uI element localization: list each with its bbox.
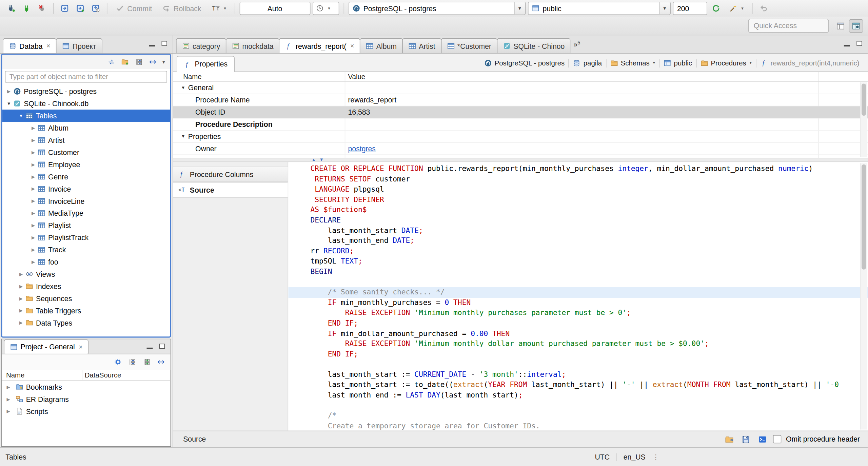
code-line[interactable]: IF min_monthly_purchases = 0 THEN	[288, 298, 868, 308]
breadcrumb-item-postgresql-postgres[interactable]: PostgreSQL - postgres	[480, 59, 569, 67]
editor-tab-album[interactable]: Album	[360, 38, 403, 53]
dropdown-arrow-icon[interactable]: ▼	[514, 2, 525, 15]
collapse-all-button[interactable]	[126, 356, 138, 368]
column-header-name[interactable]: Name	[183, 73, 201, 81]
tree-item-mediatype[interactable]: ▶MediaType	[2, 207, 170, 219]
expand-arrow-icon[interactable]: ▶	[30, 235, 37, 240]
tab-overflow-indicator[interactable]: »5	[573, 40, 580, 49]
tree-item-sequences[interactable]: ▶Sequences	[2, 292, 170, 305]
expand-arrow-icon[interactable]: ▶	[18, 271, 24, 276]
refresh-button[interactable]	[709, 2, 723, 15]
code-line[interactable]: /* Some sanity checks... */	[288, 287, 868, 297]
property-row-object-id[interactable]: Object ID16,583	[173, 106, 868, 118]
expand-arrow-icon[interactable]: ▶	[18, 284, 24, 289]
breadcrumb-item-pagila[interactable]: pagila	[569, 59, 606, 67]
sync-selection-button[interactable]	[147, 56, 159, 68]
dbeaver-perspective-button[interactable]	[849, 19, 863, 33]
tree-item-artist[interactable]: ▶Artist	[2, 134, 170, 146]
commit-mode-select[interactable]: Auto	[239, 2, 310, 15]
code-line[interactable]: RAISE EXCEPTION 'Minimum monthly purchas…	[288, 308, 868, 318]
expand-arrow-icon[interactable]: ▶	[30, 259, 37, 265]
link-with-editor-button[interactable]	[155, 356, 167, 368]
expand-arrow-icon[interactable]: ▶	[30, 186, 37, 191]
code-scrollbar[interactable]	[860, 163, 867, 429]
view-menu-button[interactable]: ▾	[161, 59, 166, 65]
chevron-down-icon[interactable]: ▾	[750, 60, 752, 65]
expand-arrow-icon[interactable]: ▶	[30, 125, 37, 131]
maximize-icon[interactable]	[162, 41, 167, 46]
tab-project-general[interactable]: Project - General ×	[4, 339, 88, 353]
schema-select[interactable]: public ▼	[528, 2, 670, 15]
expand-arrow-icon[interactable]: ▶	[30, 247, 37, 252]
property-row-general[interactable]: ▼General	[173, 82, 868, 94]
code-line[interactable]: END IF;	[288, 349, 868, 359]
column-header-name[interactable]: Name	[6, 371, 24, 379]
breadcrumb-item-schemas[interactable]: Schemas▾	[606, 59, 659, 67]
tree-item-genre[interactable]: ▶Genre	[2, 171, 170, 183]
expand-arrow-icon[interactable]: ▶	[30, 138, 37, 143]
tree-item-invoiceline[interactable]: ▶InvoiceLine	[2, 195, 170, 207]
tree-item-data-types[interactable]: ▶Data Types	[2, 317, 170, 329]
undo-button[interactable]	[757, 2, 770, 15]
expand-arrow-icon[interactable]: ▶	[30, 150, 37, 155]
code-line[interactable]	[288, 277, 868, 287]
project-item-er-diagrams[interactable]: ▶ER Diagrams	[2, 393, 171, 405]
editor-tab-rewards-report[interactable]: frewards_report(×	[279, 38, 360, 53]
collapse-all-button[interactable]	[133, 56, 145, 68]
side-tab-procedure-columns[interactable]: fProcedure Columns	[173, 167, 288, 182]
tree-item-foo[interactable]: ▶foo	[2, 256, 170, 268]
code-line[interactable]: DECLARE	[288, 215, 868, 226]
expand-arrow-icon[interactable]: ▶	[30, 223, 37, 228]
connection-select[interactable]: PostgreSQL - postgres ▼	[349, 2, 526, 15]
properties-scrollbar[interactable]	[860, 82, 867, 157]
close-icon[interactable]: ×	[350, 42, 354, 50]
transaction-log-button[interactable]: ▾	[313, 2, 339, 15]
editor-tab-sqlite-chinoo[interactable]: SQLite - Chinoo	[497, 38, 571, 53]
collapse-arrow-icon[interactable]: ▼	[181, 85, 185, 90]
side-tab-source[interactable]: <TSource	[173, 182, 288, 198]
column-divider[interactable]	[82, 370, 83, 380]
recent-sql-editor-button[interactable]	[89, 2, 102, 15]
code-line[interactable]: /*	[288, 411, 868, 421]
timezone-label[interactable]: UTC	[595, 453, 610, 461]
expand-arrow-icon[interactable]: ▶	[5, 89, 12, 94]
code-line[interactable]: BEGIN	[288, 267, 868, 277]
expand-arrow-icon[interactable]: ▶	[30, 198, 37, 203]
minimize-icon[interactable]	[149, 45, 155, 46]
connect-button[interactable]	[20, 2, 33, 15]
code-line[interactable]: last_month_end := LAST_DAY(last_month_st…	[288, 390, 868, 401]
code-line[interactable]: IF min_dollar_amount_purchased = 0.00 TH…	[288, 329, 868, 339]
new-connection-button[interactable]	[4, 2, 18, 15]
tree-item-postgresql-postgres[interactable]: ▶PostgreSQL - postgres	[2, 85, 170, 97]
code-line[interactable]: END IF;	[288, 318, 868, 328]
minimize-icon[interactable]	[844, 45, 850, 46]
expand-arrow-icon[interactable]: ▶	[5, 384, 12, 389]
settings-button[interactable]	[112, 356, 124, 368]
scrollbar-thumb[interactable]	[862, 164, 866, 270]
fetch-size-input[interactable]	[673, 2, 707, 15]
tree-item-indexes[interactable]: ▶Indexes	[2, 280, 170, 292]
code-line[interactable]: last_month_start := CURRENT_DATE - '3 mo…	[288, 370, 868, 380]
tree-item-playlisttrack[interactable]: ▶PlaylistTrack	[2, 231, 170, 244]
code-line[interactable]: SECURITY DEFINER	[288, 195, 868, 205]
collapse-arrow-icon[interactable]: ▼	[18, 113, 24, 118]
editor-tab-customer[interactable]: *Customer	[441, 38, 497, 53]
expand-arrow-icon[interactable]: ▶	[30, 211, 37, 216]
disconnect-button[interactable]	[35, 2, 48, 15]
tree-item-customer[interactable]: ▶Customer	[2, 146, 170, 158]
tree-item-views[interactable]: ▶Views	[2, 268, 170, 280]
new-folder-button[interactable]	[119, 56, 132, 68]
maximize-icon[interactable]	[159, 344, 165, 349]
breadcrumb-item-procedures[interactable]: Procedures▾	[696, 59, 756, 67]
tree-item-track[interactable]: ▶Track	[2, 244, 170, 256]
code-line[interactable]: RAISE EXCEPTION 'Minimum monthly dollar …	[288, 339, 868, 349]
expand-arrow-icon[interactable]: ▶	[18, 308, 24, 313]
code-line[interactable]: CREATE OR REPLACE FUNCTION public.reward…	[288, 164, 868, 174]
code-line[interactable]: last_month_end DATE;	[288, 236, 868, 246]
code-line[interactable]	[288, 401, 868, 411]
open-sql-console-button[interactable]	[756, 433, 769, 445]
maximize-icon[interactable]	[856, 41, 862, 46]
code-line[interactable]	[288, 360, 868, 370]
editor-tab-artist[interactable]: Artist	[402, 38, 441, 53]
tree-item-sqlite-chinook-db[interactable]: ▼SQLite - Chinook.db	[2, 97, 170, 110]
